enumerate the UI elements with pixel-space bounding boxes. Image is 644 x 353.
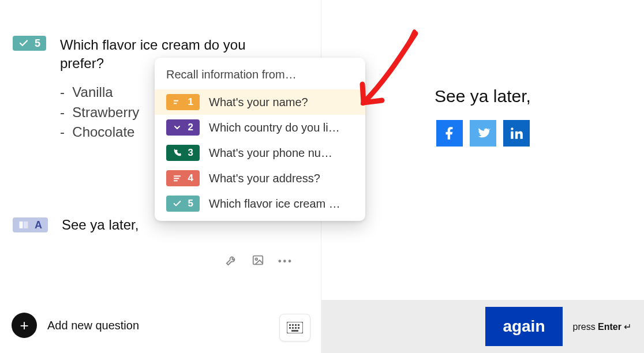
recall-item-4[interactable]: 4 What's your address?	[155, 166, 365, 191]
recall-item-1[interactable]: 1 What's your name?	[155, 89, 365, 115]
more-icon: •••	[278, 256, 293, 266]
social-share-row	[436, 120, 530, 147]
svg-rect-11	[295, 327, 297, 329]
recall-item-5[interactable]: 5 Which flavor ice cream …	[155, 191, 365, 216]
again-button[interactable]: again	[485, 307, 562, 346]
ending-text: See ya later,	[62, 217, 138, 233]
share-facebook[interactable]	[436, 120, 463, 147]
svg-rect-10	[292, 327, 294, 329]
ending-block[interactable]: A See ya later,	[13, 217, 138, 233]
checkmark-icon	[173, 199, 182, 208]
image-icon	[252, 254, 264, 266]
svg-rect-2	[253, 256, 263, 265]
keyboard-icon	[287, 322, 303, 333]
svg-rect-8	[298, 324, 299, 326]
svg-rect-0	[20, 221, 23, 228]
recall-label-2: Which country do you li…	[209, 121, 340, 134]
recall-item-3[interactable]: 3 What's your phone nu…	[155, 140, 365, 166]
twitter-icon	[475, 126, 491, 141]
add-question-button[interactable]: + Add new question	[12, 313, 139, 338]
svg-point-20	[511, 127, 513, 130]
svg-rect-16	[174, 175, 181, 176]
short-text-icon	[173, 97, 182, 107]
recall-label-1: What's your name?	[209, 96, 308, 109]
svg-rect-13	[291, 330, 298, 332]
phone-icon	[173, 148, 182, 157]
recall-popover-title: Recall information from…	[155, 68, 365, 89]
question-number: 5	[35, 38, 40, 48]
svg-point-3	[255, 258, 257, 260]
editor-pane: 5 Which flavor ice cream do you prefer? …	[0, 0, 321, 353]
recall-label-5: Which flavor ice cream …	[209, 197, 340, 211]
ending-letter: A	[35, 220, 42, 230]
svg-rect-17	[174, 178, 179, 179]
svg-rect-6	[292, 324, 294, 326]
facebook-icon	[442, 126, 457, 141]
long-text-icon	[173, 174, 182, 183]
more-button[interactable]: •••	[278, 256, 293, 266]
preview-pane: See ya later, again press Enter↵	[321, 0, 644, 353]
preview-headline: See ya later,	[435, 87, 531, 106]
image-button[interactable]	[252, 254, 264, 269]
recall-badge-5: 5	[166, 196, 200, 212]
ending-badge: A	[13, 217, 48, 232]
recall-badge-1: 1	[166, 94, 200, 110]
question-badge: 5	[13, 36, 46, 51]
svg-rect-14	[174, 100, 178, 102]
svg-rect-19	[511, 132, 513, 139]
recall-item-2[interactable]: 2 Which country do you li…	[155, 115, 365, 140]
recall-badge-2: 2	[166, 119, 200, 136]
svg-rect-18	[174, 180, 178, 181]
checkmark-icon	[18, 38, 29, 48]
recall-label-4: What's your address?	[209, 172, 320, 185]
end-screen-icon	[18, 220, 29, 230]
recall-badge-3: 3	[166, 145, 200, 161]
svg-rect-9	[289, 327, 291, 329]
linkedin-icon	[509, 126, 524, 141]
preview-content: See ya later,	[321, 0, 644, 300]
block-toolbar: •••	[225, 254, 293, 269]
keyboard-toggle[interactable]	[279, 314, 310, 341]
share-linkedin[interactable]	[503, 120, 530, 147]
chevron-down-icon	[173, 123, 182, 132]
svg-rect-12	[298, 327, 299, 329]
recall-label-3: What's your phone nu…	[209, 147, 332, 160]
preview-footer: again press Enter↵	[321, 300, 644, 353]
recall-badge-4: 4	[166, 170, 200, 186]
recall-popover: Recall information from… 1 What's your n…	[155, 58, 365, 221]
wrench-icon	[225, 254, 238, 266]
add-question-label: Add new question	[47, 319, 139, 332]
plus-icon: +	[12, 313, 37, 338]
settings-button[interactable]	[225, 254, 238, 269]
svg-rect-5	[289, 324, 291, 326]
svg-rect-7	[295, 324, 297, 326]
enter-hint: press Enter↵	[573, 321, 631, 332]
share-twitter[interactable]	[470, 120, 496, 147]
svg-rect-15	[174, 103, 177, 104]
svg-rect-1	[24, 221, 28, 228]
